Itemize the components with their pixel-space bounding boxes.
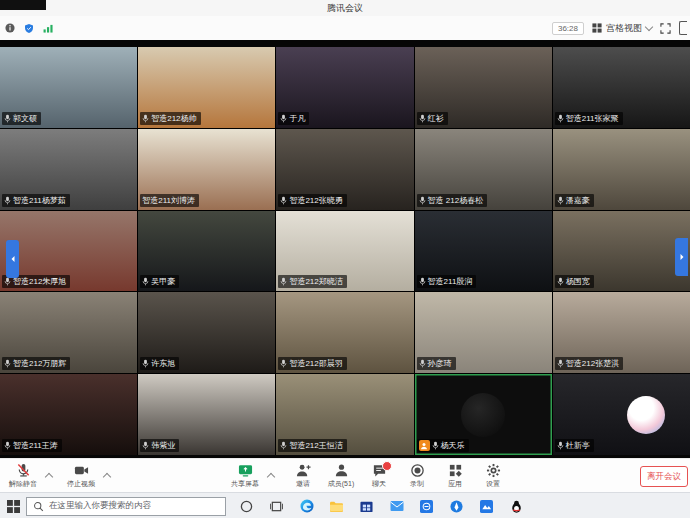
participant-name: 于凡	[289, 113, 305, 124]
taskbar-taskview-icon[interactable]	[269, 499, 284, 514]
participant-name-label: 吴甲豪	[140, 275, 179, 288]
meeting-status-bar: 36:28 宫格视图	[0, 16, 690, 41]
mic-icon	[280, 196, 287, 205]
chevron-down-icon	[645, 22, 653, 30]
video-tile-20[interactable]: 智造212张楚淇	[553, 292, 690, 373]
mic-icon	[4, 196, 11, 205]
taskbar-store-icon[interactable]	[359, 499, 374, 514]
participant-name: 吴甲豪	[151, 276, 175, 287]
video-tile-10[interactable]: 潘嘉豪	[553, 129, 690, 210]
mic-icon	[4, 359, 11, 368]
video-tile-3[interactable]: 于凡	[276, 47, 413, 128]
mic-icon	[142, 114, 149, 123]
taskbar-cortana-icon[interactable]	[239, 499, 254, 514]
participant-avatar	[627, 396, 665, 434]
window-title: 腾讯会议	[0, 2, 690, 15]
video-tile-6[interactable]: 智造211杨梦茹	[0, 129, 137, 210]
video-tile-9[interactable]: 智造 212杨春松	[415, 129, 552, 210]
participant-name: 智造212张晓勇	[289, 195, 342, 206]
participant-name: 智造212邵晨羽	[289, 358, 342, 369]
participant-name-label: 智造211杨梦茹	[2, 194, 70, 207]
participant-name-label: 智造212张晓勇	[278, 194, 346, 207]
toolbar-record-label: 录制	[410, 479, 424, 489]
video-tile-23[interactable]: 智造212王恒洁	[276, 374, 413, 455]
security-shield-icon[interactable]	[24, 23, 34, 34]
start-button[interactable]	[0, 493, 26, 518]
toolbar-share-screen-button[interactable]: 共享屏幕	[228, 460, 262, 492]
taskbar-compass-icon[interactable]	[449, 499, 464, 514]
mic-icon	[280, 277, 287, 286]
participant-name: 智造 212杨春松	[428, 195, 484, 206]
mic-icon	[419, 359, 426, 368]
participant-name: 智造212郑晓洁	[289, 276, 342, 287]
toolbar-share-screen-options-caret[interactable]	[266, 460, 276, 492]
video-tile-21[interactable]: 智造211王涛	[0, 374, 137, 455]
video-tile-25[interactable]: 杜新亭	[553, 374, 690, 455]
video-tile-11[interactable]: 智造212朱厚旭	[0, 211, 137, 292]
participant-name: 潘嘉豪	[566, 195, 590, 206]
toolbar-unmute-options-caret[interactable]	[44, 460, 54, 492]
mic-icon	[419, 277, 426, 286]
taskbar-mail-icon[interactable]	[389, 499, 404, 514]
taskbar-folder-icon[interactable]	[329, 499, 344, 514]
participant-name: 智造211杨梦茹	[13, 195, 66, 206]
participant-name-label: 红衫	[417, 112, 448, 125]
video-tile-1[interactable]: 郭文硕	[0, 47, 137, 128]
toolbar-members-button[interactable]: 成员(51)	[324, 460, 358, 492]
participant-name: 杨天乐	[441, 440, 465, 451]
meeting-info-icon[interactable]	[5, 23, 15, 33]
leave-meeting-button[interactable]: 离开会议	[640, 466, 688, 487]
mic-icon	[4, 114, 11, 123]
taskbar-search-input[interactable]: 在这里输入你要搜索的内容	[26, 497, 226, 516]
taskbar-docs-icon[interactable]	[479, 499, 494, 514]
video-tile-5[interactable]: 智造211张家聚	[553, 47, 690, 128]
taskbar-qq-icon[interactable]	[509, 499, 524, 514]
toolbar-chat-button[interactable]: 聊天	[362, 460, 396, 492]
participant-name-label: 于凡	[278, 112, 309, 125]
video-tile-4[interactable]: 红衫	[415, 47, 552, 128]
toolbar-record-button[interactable]: 录制	[400, 460, 434, 492]
video-tile-13[interactable]: 智造212郑晓洁	[276, 211, 413, 292]
video-tile-8[interactable]: 智造212张晓勇	[276, 129, 413, 210]
video-tile-24[interactable]: 杨天乐	[415, 374, 552, 455]
taskbar-edge-icon[interactable]	[299, 499, 314, 514]
toolbar-stop-video-options-caret[interactable]	[102, 460, 112, 492]
next-page-button[interactable]	[675, 238, 688, 276]
toolbar-stop-video-label: 停止视频	[67, 479, 95, 489]
participant-name-label: 智造211张家聚	[555, 112, 623, 125]
video-tile-15[interactable]: 杨国宽	[553, 211, 690, 292]
network-signal-icon[interactable]	[43, 24, 54, 33]
participant-name-label: 杜新亭	[555, 439, 594, 452]
toolbar-left-group: 解除静音停止视频	[6, 459, 118, 493]
invite-icon	[296, 463, 311, 478]
video-tile-22[interactable]: 韩紫业	[138, 374, 275, 455]
video-tile-7[interactable]: 智造211刘博涛	[138, 129, 275, 210]
fullscreen-icon[interactable]	[660, 23, 671, 34]
previous-page-button[interactable]	[6, 240, 19, 278]
mic-icon	[419, 196, 426, 205]
participant-name-label: 智造211王涛	[2, 439, 62, 452]
participant-name-label: 智造212邵晨羽	[278, 357, 346, 370]
mic-icon	[280, 359, 287, 368]
view-mode-label: 宫格视图	[606, 22, 642, 35]
video-tile-19[interactable]: 孙彦琦	[415, 292, 552, 373]
taskbar-meeting-icon[interactable]	[419, 499, 434, 514]
video-tile-14[interactable]: 智造211殷润	[415, 211, 552, 292]
toolbar-unmute-button[interactable]: 解除静音	[6, 460, 40, 492]
toolbar-apps-button[interactable]: 应用	[438, 460, 472, 492]
video-tile-16[interactable]: 智造212万朋辉	[0, 292, 137, 373]
view-mode-switcher[interactable]: 宫格视图	[592, 22, 652, 35]
video-tile-2[interactable]: 智造212杨帅	[138, 47, 275, 128]
participant-name-label: 智造212王恒洁	[278, 439, 346, 452]
toolbar-stop-video-button[interactable]: 停止视频	[64, 460, 98, 492]
video-tile-12[interactable]: 吴甲豪	[138, 211, 275, 292]
participant-name-label: 智造 212杨春松	[417, 194, 488, 207]
participant-name-label: 智造212杨帅	[140, 112, 200, 125]
participant-name-label: 许东旭	[140, 357, 179, 370]
apps-icon	[448, 463, 463, 478]
mic-icon	[419, 114, 426, 123]
toolbar-invite-button[interactable]: 邀请	[286, 460, 320, 492]
video-tile-17[interactable]: 许东旭	[138, 292, 275, 373]
video-tile-18[interactable]: 智造212邵晨羽	[276, 292, 413, 373]
toolbar-settings-button[interactable]: 设置	[476, 460, 510, 492]
